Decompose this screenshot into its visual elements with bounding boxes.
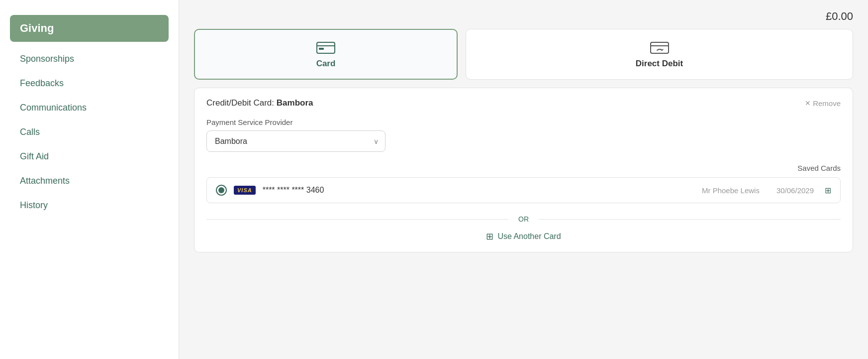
sidebar-item-calls[interactable]: Calls [0,120,179,144]
svg-rect-3 [651,42,669,53]
sidebar-giving-label: Giving [20,22,54,34]
plus-square-icon: ⊞ [486,231,493,242]
or-divider: OR [206,215,841,223]
sidebar-item-gift-aid[interactable]: Gift Aid [0,144,179,169]
card-radio-button[interactable] [216,185,227,196]
sidebar-item-feedbacks[interactable]: Feedbacks [0,71,179,96]
sidebar-item-attachments[interactable]: Attachments [0,169,179,193]
card-section-title: Credit/Debit Card: Bambora [206,98,313,108]
tab-direct-debit-label: Direct Debit [636,59,683,69]
saved-card-row: VISA **** **** **** 3460 Mr Phoebe Lewis… [206,177,841,203]
sidebar-item-communications[interactable]: Communications [0,96,179,120]
card-section-title-prefix: Credit/Debit Card: [206,98,277,108]
sidebar-history-label: History [20,200,48,210]
card-number-masked: **** **** **** 3460 [263,186,695,195]
sidebar-sponsorships-label: Sponsorships [20,54,74,64]
payment-service-provider-label: Payment Service Provider [206,118,841,126]
remove-button[interactable]: ✕ Remove [805,99,841,108]
use-another-card-button[interactable]: ⊞ Use Another Card [486,231,561,242]
use-another-card-label: Use Another Card [497,232,561,241]
remove-label: Remove [813,99,841,108]
svg-rect-2 [319,48,324,50]
card-section-header: Credit/Debit Card: Bambora ✕ Remove [206,98,841,108]
sidebar: Giving Sponsorships Feedbacks Communicat… [0,0,179,359]
or-line-right [539,219,841,220]
sidebar-gift-aid-label: Gift Aid [20,151,49,161]
card-tab-icon [316,40,336,55]
balance-amount: £0.00 [826,10,853,23]
sidebar-communications-label: Communications [20,103,87,113]
or-line-left [206,219,508,220]
sidebar-item-sponsorships[interactable]: Sponsorships [0,47,179,71]
direct-debit-tab-icon [650,40,670,55]
sidebar-feedbacks-label: Feedbacks [20,78,64,88]
or-text: OR [508,215,539,223]
saved-cards-label: Saved Cards [206,164,841,172]
sidebar-calls-label: Calls [20,127,40,137]
sidebar-item-giving[interactable]: Giving [10,15,169,42]
remove-x-icon: ✕ [805,99,811,107]
sidebar-attachments-label: Attachments [20,176,70,186]
radio-inner [218,187,224,193]
main-content: £0.00 Card Direct Debit Credit/ [179,0,868,359]
card-holder: Mr Phoebe Lewis [702,186,760,195]
provider-select[interactable]: Bambora [206,130,386,152]
card-section: Credit/Debit Card: Bambora ✕ Remove Paym… [194,88,853,252]
provider-select-wrapper: Bambora ∨ [206,130,386,152]
payment-tabs: Card Direct Debit [194,29,853,80]
sidebar-item-history[interactable]: History [0,193,179,218]
top-bar: £0.00 [194,10,853,29]
tab-card[interactable]: Card [194,29,458,80]
tab-card-label: Card [316,59,336,69]
tab-direct-debit[interactable]: Direct Debit [466,29,853,80]
card-provider-name: Bambora [277,98,313,108]
card-expiry: 30/06/2029 [776,186,814,195]
copy-icon[interactable]: ⊞ [825,186,831,195]
visa-badge: VISA [234,186,256,195]
